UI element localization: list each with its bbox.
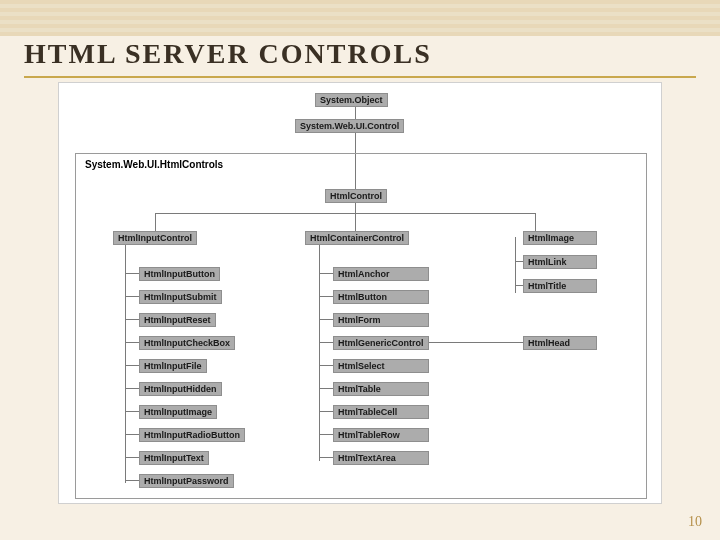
node-container-child: HtmlTableCell <box>333 405 429 419</box>
node-container-child: HtmlTable <box>333 382 429 396</box>
connector <box>319 273 333 274</box>
connector <box>125 273 139 274</box>
slide-title: HTML SERVER CONTROLS <box>24 38 432 70</box>
node-html-head: HtmlHead <box>523 336 597 350</box>
connector <box>535 213 536 231</box>
connector <box>319 342 333 343</box>
connector <box>125 434 139 435</box>
connector <box>515 261 523 262</box>
connector <box>319 296 333 297</box>
node-html-container-control: HtmlContainerControl <box>305 231 409 245</box>
connector <box>319 434 333 435</box>
connector <box>125 296 139 297</box>
page-number: 10 <box>688 514 702 530</box>
namespace-label: System.Web.UI.HtmlControls <box>85 159 223 170</box>
node-input-child: HtmlInputButton <box>139 267 220 281</box>
node-container-child: HtmlTextArea <box>333 451 429 465</box>
node-container-child: HtmlButton <box>333 290 429 304</box>
node-input-child: HtmlInputText <box>139 451 209 465</box>
connector <box>155 213 156 231</box>
connector <box>429 342 523 343</box>
connector <box>319 411 333 412</box>
node-input-child: HtmlInputReset <box>139 313 216 327</box>
node-container-child: HtmlTableRow <box>333 428 429 442</box>
node-input-child: HtmlInputImage <box>139 405 217 419</box>
connector <box>515 285 523 286</box>
connector <box>125 457 139 458</box>
node-input-child: HtmlInputRadioButton <box>139 428 245 442</box>
slide-header-stripes <box>0 0 720 36</box>
node-html-control: HtmlControl <box>325 189 387 203</box>
connector <box>125 319 139 320</box>
connector <box>125 388 139 389</box>
connector <box>125 342 139 343</box>
node-system-web-ui-control: System.Web.UI.Control <box>295 119 404 133</box>
node-input-child: HtmlInputFile <box>139 359 207 373</box>
connector <box>125 365 139 366</box>
connector <box>319 245 320 461</box>
node-container-child: HtmlSelect <box>333 359 429 373</box>
node-html-link: HtmlLink <box>523 255 597 269</box>
node-input-child: HtmlInputCheckBox <box>139 336 235 350</box>
connector <box>125 411 139 412</box>
connector <box>125 480 139 481</box>
connector <box>319 319 333 320</box>
hierarchy-diagram: System.Object System.Web.UI.Control Syst… <box>58 82 662 504</box>
node-input-child: HtmlInputHidden <box>139 382 222 396</box>
connector <box>355 213 356 231</box>
title-underline <box>24 76 696 78</box>
node-input-child: HtmlInputSubmit <box>139 290 222 304</box>
connector <box>319 388 333 389</box>
connector <box>125 245 126 483</box>
node-system-object: System.Object <box>315 93 388 107</box>
node-container-child: HtmlAnchor <box>333 267 429 281</box>
node-html-title: HtmlTitle <box>523 279 597 293</box>
connector <box>319 457 333 458</box>
node-html-image: HtmlImage <box>523 231 597 245</box>
connector <box>155 213 535 214</box>
connector <box>355 203 356 213</box>
node-html-input-control: HtmlInputControl <box>113 231 197 245</box>
node-container-child: HtmlForm <box>333 313 429 327</box>
connector <box>319 365 333 366</box>
connector <box>355 107 356 119</box>
node-input-child: HtmlInputPassword <box>139 474 234 488</box>
node-container-child: HtmlGenericControl <box>333 336 429 350</box>
